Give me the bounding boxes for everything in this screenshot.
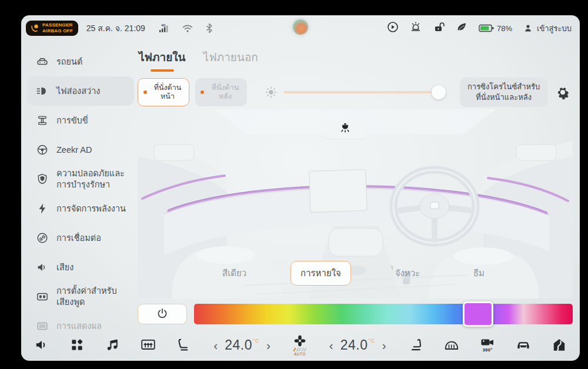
brightness-slider-knob[interactable] <box>432 85 446 99</box>
sidebar-item-label: เสียง <box>56 262 74 273</box>
login-button[interactable]: เข้าสู่ระบบ <box>523 22 572 35</box>
headlight-icon <box>36 85 49 98</box>
car-front-icon <box>515 337 532 353</box>
car-interior-view: สีเดียว การหายใจ จังหวะ ธีม <box>138 109 573 298</box>
sync-button-line1: การซิงโครไนซ์สำหรับ <box>467 82 540 92</box>
datetime: 25 ส.ค. จ. 21:09 <box>86 22 145 35</box>
sidebar-item-voice-settings[interactable]: การตั้งค่าสำหรับ เสียงพูด <box>27 282 134 311</box>
alarm-siren-icon[interactable] <box>410 21 422 35</box>
sync-button-line2: ที่นั่งหน้าและหลัง <box>467 92 540 103</box>
sidebar-item-label: ความปลอดภัยและ การบำรุงรักษา <box>56 168 125 190</box>
battery-status: 78% <box>479 24 512 33</box>
battery-icon <box>479 24 494 32</box>
bottom-dock: ‹ 24.0°C › AUTO ‹ <box>21 333 580 361</box>
temp-unit: °C <box>369 338 375 344</box>
seat-tab-rear[interactable]: ที่นั่งด้าน หลัง <box>195 78 247 106</box>
sidebar-item-label: ไฟส่องสว่าง <box>56 86 100 97</box>
dock-seat-ventilation-button[interactable] <box>140 337 156 353</box>
lightning-icon <box>36 202 49 215</box>
seat-tab-label-line1: ที่นั่งด้าน <box>208 83 242 93</box>
label-line1: ความปลอดภัยและ <box>56 168 125 179</box>
dock-fan-button[interactable]: AUTO <box>293 334 307 356</box>
dock-apps-button[interactable] <box>69 337 85 353</box>
dock-360-camera-button[interactable]: 360° <box>480 338 495 353</box>
sidebar-item-label: การขับขี่ <box>56 115 88 126</box>
dock-vehicle-status-button[interactable] <box>515 337 532 353</box>
color-gradient-slider[interactable] <box>194 304 573 324</box>
gear-icon <box>555 85 570 100</box>
sidebar-item-zeekr-ad[interactable]: Zeekr AD <box>27 135 134 165</box>
temp-decrease-button[interactable]: ‹ <box>211 339 220 351</box>
sidebar-item-energy[interactable]: การจัดการพลังงาน <box>27 194 134 223</box>
airbag-warning-icon <box>30 24 39 33</box>
ceiling-light-button[interactable] <box>323 118 368 139</box>
dock-navigation-button[interactable] <box>552 337 567 353</box>
volume-icon <box>34 337 49 353</box>
dock-defrost-button[interactable] <box>443 337 460 353</box>
navigation-route-icon <box>552 337 567 353</box>
sidebar-item-connectivity[interactable]: การเชื่อมต่อ <box>27 223 134 253</box>
mode-tab-single-color[interactable]: สีเดียว <box>213 261 256 285</box>
seat-tab-label-line2: หน้า <box>151 92 184 102</box>
temp-increase-button[interactable]: › <box>380 339 389 351</box>
sidebar-item-label: การจัดการพลังงาน <box>56 203 126 214</box>
sidebar-item-driving[interactable]: การขับขี่ <box>27 106 134 135</box>
dock-seat-button[interactable] <box>176 337 191 353</box>
temp-value: 24.0 <box>225 337 252 353</box>
sidebar-item-label: การเชื่อมต่อ <box>56 233 101 244</box>
bluetooth-icon <box>205 23 213 33</box>
light-settings-button[interactable] <box>555 85 570 100</box>
fan-speed-ticks <box>294 348 306 351</box>
brightness-slider[interactable] <box>283 91 443 93</box>
ceiling-light-icon <box>338 121 352 135</box>
dock-seat-recline-button[interactable] <box>409 337 424 353</box>
sidebar-item-vehicle[interactable]: รถยนต์ <box>27 47 134 76</box>
light-tabs: ไฟภายใน ไฟภายนอก <box>138 48 573 73</box>
airbag-badge-line2: AIRBAG OFF <box>42 28 73 34</box>
mode-tab-rhythm[interactable]: จังหวะ <box>386 261 429 285</box>
driver-temp-control: ‹ 24.0°C › <box>211 337 273 353</box>
label-line2: การบำรุงรักษา <box>56 179 125 190</box>
passenger-temperature[interactable]: 24.0°C <box>340 337 375 353</box>
steering-wheel-icon <box>36 143 49 156</box>
passenger-airbag-off-badge: PASSENGER AIRBAG OFF <box>26 21 78 35</box>
status-bar: PASSENGER AIRBAG OFF 25 ส.ค. จ. 21:09 4G <box>21 15 580 38</box>
temp-decrease-button[interactable]: ‹ <box>327 339 336 351</box>
seat-tab-front[interactable]: ที่นั่งด้าน หน้า <box>138 78 189 106</box>
front-rear-sync-button[interactable]: การซิงโครไนซ์สำหรับ ที่นั่งหน้าและหลัง <box>460 78 547 107</box>
ambient-light-controls <box>138 303 573 324</box>
camera-360-label: 360° <box>483 348 493 353</box>
sidebar-item-sound[interactable]: เสียง <box>27 253 134 282</box>
ambient-light-power-button[interactable] <box>138 304 187 324</box>
dock-volume-button[interactable] <box>34 337 49 353</box>
seat-tab-label-line2: หลัง <box>208 92 242 102</box>
user-icon <box>523 24 533 33</box>
active-dot <box>201 90 204 94</box>
voice-assistant-orb[interactable] <box>293 19 308 35</box>
shield-icon <box>36 173 49 186</box>
fan-icon <box>293 334 307 347</box>
music-note-icon <box>105 337 120 353</box>
sidebar-item-label: การตั้งค่าสำหรับ เสียงพูด <box>56 286 117 308</box>
dock-music-button[interactable] <box>105 337 120 353</box>
car-icon <box>36 55 49 68</box>
mode-tab-breathing[interactable]: การหายใจ <box>290 261 351 286</box>
unlock-icon[interactable] <box>433 21 445 35</box>
sidebar-item-lighting[interactable]: ไฟส่องสว่าง <box>27 76 134 106</box>
driver-temperature[interactable]: 24.0°C <box>225 337 259 353</box>
tab-interior-light[interactable]: ไฟภายใน <box>139 48 186 73</box>
login-label: เข้าสู่ระบบ <box>537 22 572 35</box>
sidebar-item-safety-maintenance[interactable]: ความปลอดภัยและ การบำรุงรักษา <box>27 165 134 194</box>
lighting-panel: ไฟภายใน ไฟภายนอก ที่นั่งด้าน หน้า ที่นั่… <box>138 48 573 324</box>
label-line1: การตั้งค่าสำหรับ <box>56 286 117 297</box>
selected-color-swatch[interactable] <box>463 301 493 327</box>
temp-value: 24.0 <box>340 337 368 353</box>
sentry-mode-icon[interactable] <box>387 21 399 35</box>
apps-grid-icon <box>69 337 85 353</box>
tab-exterior-light[interactable]: ไฟภายนอก <box>203 48 258 73</box>
temp-increase-button[interactable]: › <box>264 339 273 351</box>
power-icon <box>156 307 169 320</box>
eco-leaf-icon[interactable] <box>456 21 467 35</box>
mode-tab-theme[interactable]: ธีม <box>464 261 494 285</box>
seat-recline-icon <box>409 337 424 353</box>
